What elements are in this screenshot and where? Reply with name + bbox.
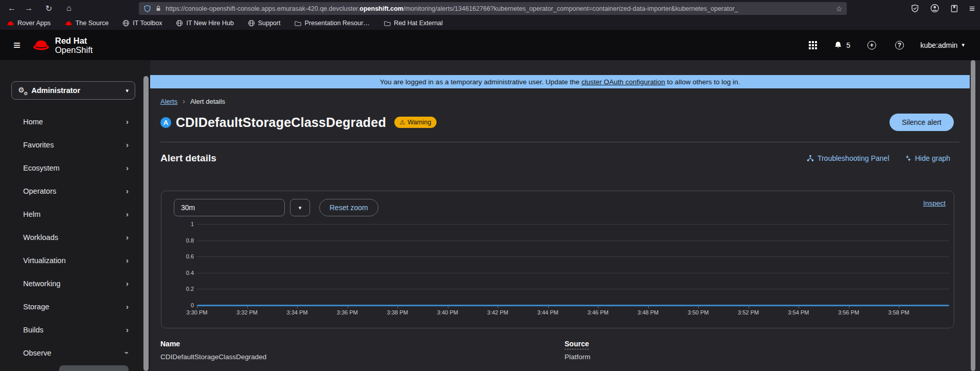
bookmark-item[interactable]: IT Toolbox bbox=[122, 20, 162, 27]
breadcrumb-alerts-link[interactable]: Alerts bbox=[160, 98, 177, 105]
chevron-right-icon: › bbox=[126, 187, 129, 195]
chevron-right-icon: › bbox=[126, 233, 129, 241]
perspective-label: Administrator bbox=[31, 86, 80, 95]
chevron-right-icon: › bbox=[126, 303, 129, 310]
lock-icon[interactable] bbox=[155, 5, 162, 12]
y-gridline bbox=[197, 289, 949, 289]
back-icon[interactable]: ← bbox=[4, 0, 20, 16]
x-tick-label: 3:42 PM bbox=[481, 309, 514, 316]
troubleshooting-panel-link[interactable]: Troubleshooting Panel bbox=[807, 154, 890, 162]
chevron-down-icon: ▾ bbox=[125, 87, 129, 94]
name-value: CDIDefaultStorageClassDegraded bbox=[160, 353, 565, 361]
source-value: Platform bbox=[565, 353, 959, 361]
y-gridline bbox=[197, 256, 949, 257]
chevron-right-icon: › bbox=[126, 280, 129, 287]
url-text[interactable]: https://console-openshift-console.apps.e… bbox=[166, 5, 831, 12]
forward-icon[interactable]: → bbox=[21, 0, 37, 16]
sidebar-item-label: Workloads bbox=[23, 233, 58, 242]
sidebar-nav: Home›Favorites›Ecosystem›Operators›Helm›… bbox=[0, 110, 150, 364]
browser-toolbar: ← → ↻ ⌂ https://console-openshift-consol… bbox=[0, 0, 980, 16]
sidebar-item-label: Builds bbox=[23, 326, 44, 334]
bookmark-item[interactable]: Red Hat External bbox=[384, 20, 443, 27]
breadcrumb-separator-icon: › bbox=[183, 97, 185, 105]
banner-text-after: to allow others to log in. bbox=[665, 78, 740, 86]
sidebar-item-workloads[interactable]: Workloads› bbox=[0, 226, 150, 249]
sidebar-item-label: Ecosystem bbox=[23, 164, 60, 172]
folder-icon bbox=[294, 20, 301, 27]
help-button[interactable]: ? bbox=[895, 41, 904, 49]
add-button[interactable]: + bbox=[867, 41, 876, 49]
login-banner: You are logged in as a temporary adminis… bbox=[150, 75, 970, 88]
sidebar-item-home[interactable]: Home› bbox=[0, 110, 150, 133]
sidebar-item-helm[interactable]: Helm› bbox=[0, 202, 150, 226]
page-scrollbar[interactable] bbox=[971, 60, 975, 371]
bookmark-item[interactable]: IT New Hire Hub bbox=[176, 20, 233, 27]
y-tick-label: 0.6 bbox=[165, 253, 194, 259]
silence-alert-button[interactable]: Silence alert bbox=[890, 114, 954, 131]
bookmark-label: Rover Apps bbox=[17, 20, 51, 27]
sidebar-item-operators[interactable]: Operators› bbox=[0, 179, 150, 202]
brand-logo: Red HatOpenShift bbox=[32, 35, 93, 54]
bookmark-star-icon[interactable]: ☆ bbox=[836, 5, 842, 13]
x-tick-label: 3:40 PM bbox=[431, 309, 464, 316]
warning-triangle-icon: ⚠ bbox=[400, 119, 405, 125]
perspective-switcher[interactable]: ⚙⚙ Administrator ▾ bbox=[11, 81, 135, 100]
sidebar-scrollbar[interactable] bbox=[143, 76, 149, 371]
bookmarks-bar: Rover AppsThe SourceIT ToolboxIT New Hir… bbox=[0, 16, 980, 30]
sidebar-item-observe[interactable]: Observe› bbox=[0, 341, 150, 364]
sidebar-item-label: Virtualization bbox=[23, 256, 66, 265]
account-icon[interactable] bbox=[930, 4, 939, 13]
user-menu[interactable]: kube:admin ▾ bbox=[920, 41, 965, 49]
x-tick-label: 3:46 PM bbox=[582, 309, 614, 316]
app-launcher-icon[interactable] bbox=[809, 41, 817, 49]
sidebar-item-storage[interactable]: Storage› bbox=[0, 295, 150, 318]
menu-icon[interactable]: ≡ bbox=[969, 4, 975, 13]
bookmark-item[interactable]: Rover Apps bbox=[7, 20, 51, 27]
y-gridline bbox=[197, 240, 949, 241]
sidebar-item-virtualization[interactable]: Virtualization› bbox=[0, 249, 150, 272]
x-tick-label: 3:34 PM bbox=[281, 309, 314, 316]
bookmark-item[interactable]: Support bbox=[248, 20, 281, 27]
redhat-icon bbox=[7, 21, 14, 26]
chevron-right-icon: › bbox=[126, 256, 129, 264]
source-label[interactable]: Source bbox=[565, 340, 589, 349]
sidebar-item-builds[interactable]: Builds› bbox=[0, 318, 150, 341]
x-tick-label: 3:36 PM bbox=[331, 309, 364, 316]
chevron-right-icon: › bbox=[126, 164, 129, 172]
topology-icon bbox=[807, 155, 814, 162]
warning-state-badge: ⚠ Warning bbox=[394, 117, 437, 128]
tracking-protection-shield-icon[interactable] bbox=[143, 5, 151, 13]
bookmark-label: The Source bbox=[76, 20, 109, 27]
reload-icon[interactable]: ↻ bbox=[41, 0, 57, 16]
y-tick-label: 0 bbox=[165, 302, 194, 308]
y-gridline bbox=[197, 224, 949, 225]
nav-toggle-icon[interactable]: ≡ bbox=[13, 39, 21, 51]
home-icon[interactable]: ⌂ bbox=[61, 0, 77, 16]
bookmark-label: IT Toolbox bbox=[133, 20, 162, 27]
url-bar[interactable]: https://console-openshift-console.apps.e… bbox=[139, 2, 847, 15]
bookmark-item[interactable]: Presentation Resour… bbox=[294, 20, 369, 27]
sidebar-item-networking[interactable]: Networking› bbox=[0, 272, 150, 295]
oauth-config-link[interactable]: cluster OAuth configuration bbox=[582, 78, 665, 86]
redhat-icon bbox=[65, 21, 72, 26]
chevron-right-icon: › bbox=[126, 141, 129, 149]
bookmark-item[interactable]: The Source bbox=[65, 20, 109, 27]
library-icon[interactable] bbox=[950, 4, 958, 13]
y-tick-label: 0.8 bbox=[165, 237, 194, 244]
sidebar-item-favorites[interactable]: Favorites› bbox=[0, 133, 150, 156]
bell-icon bbox=[834, 41, 842, 49]
sidebar-item-label: Observe bbox=[23, 349, 51, 357]
sidebar: ⚙⚙ Administrator ▾ Home›Favorites›Ecosys… bbox=[0, 60, 150, 371]
shield-check-icon[interactable] bbox=[911, 4, 919, 13]
name-label: Name bbox=[160, 340, 565, 348]
sidebar-subitem-partial[interactable] bbox=[59, 365, 129, 371]
sidebar-item-ecosystem[interactable]: Ecosystem› bbox=[0, 156, 150, 179]
hide-graph-link[interactable]: Hide graph bbox=[905, 154, 951, 162]
x-tick-label: 3:38 PM bbox=[381, 309, 414, 316]
x-tick-label: 3:30 PM bbox=[180, 309, 213, 316]
notifications-bell[interactable]: 5 bbox=[834, 41, 850, 49]
alert-details-list: Name CDIDefaultStorageClassDegraded Sour… bbox=[160, 340, 959, 361]
bookmark-label: IT New Hire Hub bbox=[186, 20, 233, 27]
chart-plot-area[interactable]: 00.20.40.60.813:30 PM3:32 PM3:34 PM3:36 … bbox=[161, 191, 954, 328]
main-content: You are logged in as a temporary adminis… bbox=[150, 60, 970, 371]
